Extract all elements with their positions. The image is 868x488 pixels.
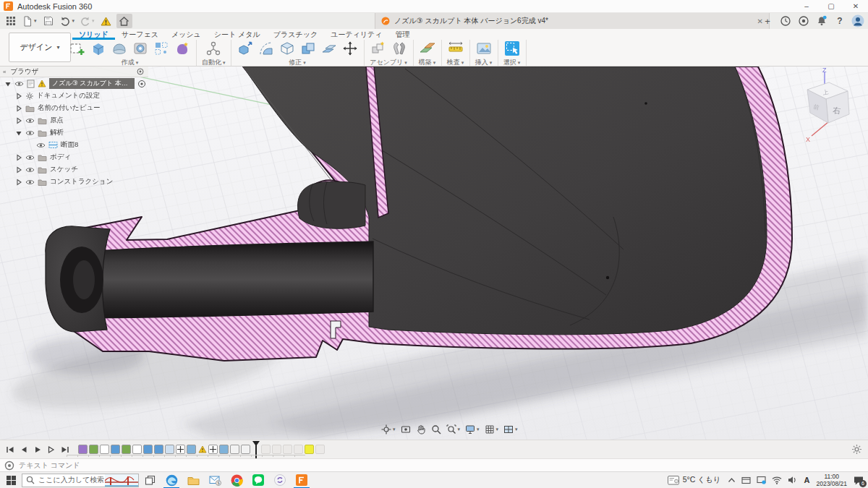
taskbar-clock[interactable]: 11:00 2023/08/21 — [816, 473, 847, 487]
expander-closed-icon[interactable] — [15, 154, 22, 161]
taskbar-edge[interactable] — [162, 472, 181, 488]
ribbon-tab-5[interactable]: プラスチック — [267, 29, 324, 40]
timeline-feature-extrude[interactable] — [143, 445, 153, 454]
grid-settings-tool[interactable]: ▾ — [485, 424, 499, 435]
close-window-button[interactable]: ✕ — [843, 0, 868, 13]
browser-row-9[interactable]: コンストラクション — [0, 176, 148, 188]
tray-icon-window[interactable] — [741, 476, 751, 484]
ribbon-tab-4[interactable]: シート メタル — [208, 29, 267, 40]
timeline-feature-sketch[interactable] — [122, 445, 131, 454]
eye-icon[interactable] — [14, 80, 24, 87]
pattern-icon[interactable] — [153, 40, 170, 57]
new-document-tab-button[interactable]: + — [760, 14, 775, 28]
expander-open-icon[interactable] — [4, 80, 12, 87]
save-button[interactable] — [41, 14, 56, 28]
text-command-bar[interactable]: テキスト コマンド — [0, 458, 868, 471]
insert-image-icon[interactable] — [475, 40, 493, 57]
timeline-feature-ghost[interactable] — [283, 445, 292, 454]
user-avatar[interactable] — [851, 14, 865, 28]
timeline-feature-form[interactable] — [78, 445, 88, 454]
create-sketch-icon[interactable] — [69, 40, 86, 57]
eye-icon[interactable] — [25, 129, 35, 137]
task-view-button[interactable] — [140, 472, 159, 488]
display-settings-tool[interactable]: ▾ — [465, 424, 480, 435]
pan-tool[interactable] — [416, 424, 426, 435]
timeline-go-to-end[interactable] — [61, 445, 69, 454]
eye-icon[interactable] — [25, 117, 35, 124]
browser-row-8[interactable]: スケッチ — [0, 163, 148, 176]
browser-row-7[interactable]: ボディ — [0, 151, 148, 163]
ribbon-tab-2[interactable]: サーフェス — [115, 29, 165, 40]
timeline-feature-shell[interactable] — [165, 445, 174, 454]
move-icon[interactable] — [341, 40, 359, 57]
eye-icon[interactable] — [25, 154, 35, 161]
ribbon-tab-3[interactable]: メッシュ — [165, 29, 208, 40]
file-menu[interactable]: ▾ — [21, 14, 38, 28]
expander-closed-icon[interactable] — [15, 117, 22, 124]
orbit-tool[interactable]: ▾ — [381, 424, 396, 435]
expander-closed-icon[interactable] — [15, 93, 22, 100]
notifications-icon[interactable] — [814, 14, 829, 28]
eye-icon[interactable] — [25, 179, 35, 186]
fillet-icon[interactable] — [258, 40, 275, 57]
timeline-feature-plane[interactable] — [219, 445, 229, 454]
expander-closed-icon[interactable] — [15, 166, 22, 174]
timeline-play[interactable] — [33, 445, 42, 454]
timeline-feature-sketch[interactable] — [89, 445, 98, 454]
taskbar-chrome[interactable] — [227, 472, 246, 488]
collapse-panel-icon[interactable]: « — [3, 69, 6, 75]
redo-button[interactable]: ▾ — [78, 14, 96, 28]
ribbon-tab-6[interactable]: ユーティリティ — [324, 29, 388, 40]
joint-icon[interactable] — [391, 40, 408, 57]
offset-face-icon[interactable] — [320, 40, 338, 57]
press-pull-icon[interactable] — [237, 40, 254, 57]
tray-volume-icon[interactable] — [788, 476, 798, 484]
taskbar-fusion-360[interactable] — [292, 472, 311, 488]
browser-row-2[interactable]: ドキュメントの設定 — [0, 90, 148, 102]
browser-row-5[interactable]: 解析 — [0, 127, 148, 139]
expander-closed-icon[interactable] — [15, 105, 22, 112]
browser-row-6[interactable]: 断面8 — [0, 139, 148, 151]
timeline-step-forward[interactable] — [47, 445, 56, 454]
combine-icon[interactable] — [299, 40, 317, 57]
eye-icon[interactable] — [25, 166, 35, 174]
maximize-button[interactable]: ▢ — [819, 0, 843, 13]
timeline-feature-extrude[interactable] — [154, 445, 163, 454]
help-icon[interactable]: ? — [833, 14, 847, 28]
browser-options-icon[interactable] — [137, 68, 144, 75]
primitive-box-icon[interactable] — [90, 40, 107, 57]
timeline-feature-selected[interactable] — [305, 445, 314, 454]
construction-plane-icon[interactable] — [419, 40, 436, 57]
expander-closed-icon[interactable] — [15, 179, 22, 186]
workspace-dropdown[interactable]: デザイン ▾ — [9, 33, 71, 62]
browser-row-4[interactable]: 原点 — [0, 114, 148, 127]
timeline-settings-gear-icon[interactable] — [851, 444, 862, 455]
document-tab[interactable]: ノズル③ スカルプト 本体 バージョン6完成 v4* ✕ — [375, 13, 770, 29]
notification-center-button[interactable]: 6 — [854, 476, 864, 485]
timeline-feature-plane[interactable] — [187, 445, 196, 454]
search-input[interactable]: ここに入力して検索 — [22, 474, 139, 487]
extensions-icon[interactable] — [796, 14, 811, 28]
revolve-icon[interactable] — [111, 40, 128, 57]
automate-icon[interactable] — [205, 40, 222, 57]
select-icon[interactable] — [503, 40, 521, 57]
target-icon[interactable] — [137, 80, 146, 88]
look-at-tool[interactable] — [401, 424, 411, 435]
new-component-icon[interactable] — [370, 40, 387, 57]
expander-open-icon[interactable] — [15, 129, 22, 137]
timeline-feature-ghost[interactable] — [272, 445, 281, 454]
browser-header[interactable]: « ブラウザ — [0, 67, 148, 77]
job-warning-icon[interactable] — [98, 14, 114, 28]
taskbar-mail[interactable]: $ — [205, 472, 224, 488]
fit-tool[interactable]: ▾ — [446, 424, 461, 435]
tray-hidden-icons[interactable] — [728, 477, 736, 483]
data-panel-toggle[interactable] — [3, 14, 19, 28]
undo-button[interactable]: ▾ — [59, 14, 77, 28]
job-status-icon[interactable] — [778, 14, 793, 28]
tray-wifi-icon[interactable] — [772, 476, 782, 484]
weather-widget[interactable]: 5°C くもり — [668, 475, 721, 485]
model-connector[interactable] — [298, 181, 365, 228]
timeline-feature-move[interactable] — [208, 445, 218, 454]
timeline-feature-box[interactable] — [230, 445, 239, 454]
timeline-go-to-start[interactable] — [6, 445, 14, 454]
